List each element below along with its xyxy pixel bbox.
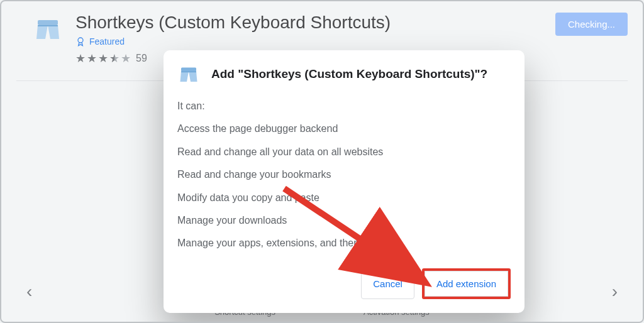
highlight-annotation: Add extension: [422, 268, 511, 299]
dialog-body: It can: Access the page debugger backend…: [177, 99, 511, 251]
add-extension-button[interactable]: Add extension: [425, 271, 508, 297]
permission-item: Read and change all your data on all web…: [177, 145, 511, 159]
permission-item: Manage your downloads: [177, 214, 511, 227]
permission-item: Modify data you copy and paste: [177, 191, 511, 205]
permissions-intro: It can:: [177, 99, 511, 113]
svg-rect-4: [181, 72, 196, 73]
permission-item: Manage your apps, extensions, and themes: [177, 236, 511, 250]
permissions-list: Access the page debugger backend Read an…: [177, 122, 511, 250]
dialog-footer: Cancel Add extension: [177, 268, 511, 299]
extension-icon-small: [177, 63, 200, 85]
cancel-button[interactable]: Cancel: [361, 268, 414, 299]
dialog-header: Add "Shortkeys (Custom Keyboard Shortcut…: [177, 63, 511, 85]
install-permission-dialog: Add "Shortkeys (Custom Keyboard Shortcut…: [164, 50, 525, 313]
dialog-title: Add "Shortkeys (Custom Keyboard Shortcut…: [211, 67, 487, 81]
permission-item: Read and change your bookmarks: [177, 168, 511, 182]
permission-item: Access the page debugger backend: [177, 122, 511, 136]
svg-rect-3: [181, 68, 196, 72]
